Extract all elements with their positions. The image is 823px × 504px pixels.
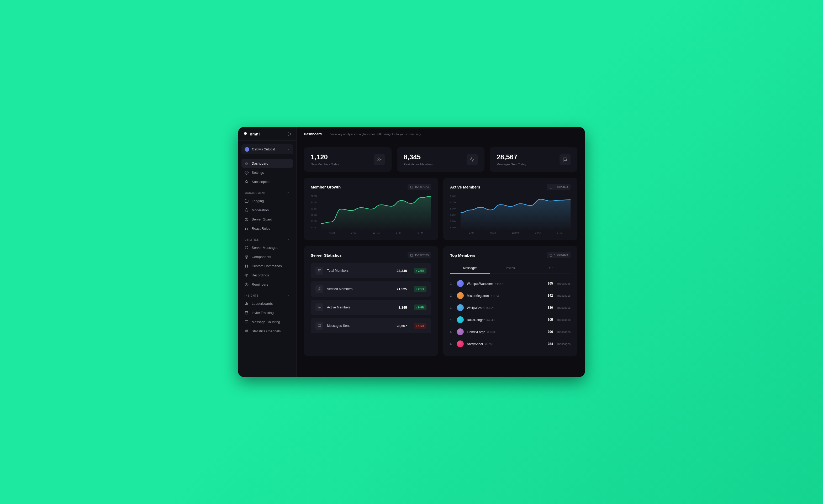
nav-messagecounting[interactable]: Message Counting bbox=[241, 318, 293, 326]
avatar-icon bbox=[457, 280, 464, 287]
reminders-icon bbox=[244, 283, 249, 286]
subscription-icon bbox=[244, 180, 249, 184]
nav-servermessages[interactable]: Server Messages bbox=[241, 243, 293, 252]
message-unit: messages bbox=[557, 282, 570, 285]
message-count: 365 bbox=[548, 282, 553, 285]
tab-xp[interactable]: XP bbox=[530, 263, 570, 274]
topbar: Dashboard View key analytics at a glance… bbox=[297, 127, 585, 141]
nav-label: Moderation bbox=[252, 208, 269, 212]
calendar-icon bbox=[549, 186, 552, 188]
member-row[interactable]: 6. AntsyAnder #9760 284 messages bbox=[450, 338, 570, 350]
stat-row: Total Members 22,340 ↑ 2.5% bbox=[311, 263, 431, 278]
rank: 1. bbox=[450, 282, 454, 285]
server-statistics-card: Server Statistics 15/08/2023 Total Membe… bbox=[304, 246, 438, 356]
member-tag: #3923 bbox=[486, 306, 494, 310]
calendar-icon bbox=[410, 186, 413, 188]
member-tag: #9760 bbox=[485, 343, 493, 346]
nav-label: Dashboard bbox=[252, 161, 269, 165]
leaderboards-icon bbox=[244, 302, 249, 306]
member-tag: #4643 bbox=[487, 318, 495, 322]
brand-logo-icon bbox=[243, 132, 248, 136]
message-count: 330 bbox=[548, 306, 553, 310]
svg-rect-35 bbox=[550, 254, 552, 256]
svg-point-32 bbox=[318, 269, 320, 271]
nav-settings[interactable]: Settings bbox=[241, 168, 293, 177]
message-unit: messages bbox=[557, 318, 570, 321]
nav-logging[interactable]: Logging bbox=[241, 197, 293, 205]
active-members-card: Active Members 15/08/2023 8.40K8.35K8.30… bbox=[443, 178, 578, 240]
nav-statisticschannels[interactable]: Statistics Channels bbox=[241, 327, 293, 335]
member-name: WallpWizard bbox=[467, 306, 484, 310]
y-tick: 21.0K bbox=[311, 214, 317, 216]
nav-section-header[interactable]: INSIGHTS bbox=[241, 289, 293, 299]
nav-recordings[interactable]: Recordings bbox=[241, 271, 293, 280]
svg-point-4 bbox=[246, 172, 247, 173]
date-chip[interactable]: 15/08/2023 bbox=[407, 252, 431, 258]
y-tick: 22.0K bbox=[311, 201, 317, 204]
recordings-icon bbox=[244, 273, 249, 277]
logout-icon[interactable] bbox=[287, 132, 292, 136]
nav-reminders[interactable]: Reminders bbox=[241, 280, 293, 289]
tab-messages[interactable]: Messages bbox=[450, 263, 490, 274]
date-chip[interactable]: 15/08/2023 bbox=[407, 184, 431, 190]
chart-body: 22.5K22.0K21.5K21.0K20.5K20.0K 6 AM9 AM1… bbox=[311, 195, 431, 234]
server-name: Oslow's Outpost bbox=[252, 148, 275, 151]
nav-leaderboards[interactable]: Leaderboards bbox=[241, 299, 293, 308]
date-chip[interactable]: 15/08/2023 bbox=[547, 184, 570, 190]
stat-row-value: 22,340 bbox=[396, 269, 407, 273]
nav-customcommands[interactable]: Custom Commands bbox=[241, 262, 293, 271]
avatar-icon bbox=[457, 340, 464, 347]
member-tag: #1123 bbox=[491, 294, 499, 297]
message-unit: messages bbox=[557, 294, 570, 297]
nav-invitetracking[interactable]: Invite Tracking bbox=[241, 308, 293, 317]
stat-row-icon bbox=[315, 267, 323, 275]
svg-rect-30 bbox=[411, 254, 413, 256]
settings-icon bbox=[244, 171, 249, 175]
stat-value: 8,345 bbox=[403, 153, 433, 161]
chevron-down-icon bbox=[287, 148, 290, 151]
member-row[interactable]: 2. MisterMegatron #1123 342 messages bbox=[450, 290, 570, 302]
nav-components[interactable]: Components bbox=[241, 253, 293, 261]
tab-invites[interactable]: Invites bbox=[490, 263, 530, 274]
member-row[interactable]: 3. WallpWizard #3923 330 messages bbox=[450, 302, 570, 314]
chart-title: Member Growth bbox=[311, 185, 341, 189]
customcommands-icon bbox=[244, 264, 249, 268]
member-row[interactable]: 4. RokaRanger #4643 305 messages bbox=[450, 314, 570, 326]
stat-row-label: Active Members bbox=[327, 306, 395, 309]
member-tag: #5631 bbox=[487, 330, 495, 334]
x-tick: 6 AM bbox=[329, 231, 335, 234]
page-subtitle: View key analytics at a glance for bette… bbox=[330, 133, 422, 136]
nav-dashboard[interactable]: Dashboard bbox=[241, 159, 293, 168]
date-chip[interactable]: 15/08/2023 bbox=[547, 252, 570, 258]
member-row[interactable]: 5. FiendlyForge #5631 296 messages bbox=[450, 326, 570, 338]
nav-serverguard[interactable]: Server Guard bbox=[241, 215, 293, 224]
nav-moderation[interactable]: Moderation bbox=[241, 206, 293, 214]
stat-card: 1,120 New Members Today bbox=[304, 147, 391, 172]
stat-row-value: 21,525 bbox=[396, 287, 407, 291]
server-selector[interactable]: Oslow's Outpost bbox=[241, 144, 293, 154]
active-line-chart bbox=[461, 195, 570, 230]
calendar-icon bbox=[410, 254, 413, 257]
stat-row: Active Members 8,345 ↑ 9.8% bbox=[311, 300, 431, 315]
member-row[interactable]: 1. WumpusWanderer #1487 365 messages bbox=[450, 278, 570, 290]
y-tick: 8.20K bbox=[450, 220, 456, 222]
section-title: MANAGEMENT bbox=[244, 192, 266, 194]
stat-icon bbox=[374, 154, 385, 165]
member-name: MisterMegatron bbox=[467, 294, 489, 298]
section-title: UTILITIES bbox=[244, 238, 259, 241]
stat-row-label: Verified Members bbox=[327, 287, 393, 291]
invitetracking-icon bbox=[244, 311, 249, 315]
stat-row-icon bbox=[315, 322, 323, 330]
nav-label: Statistics Channels bbox=[252, 329, 281, 333]
chevron-up-icon bbox=[287, 294, 290, 297]
brand-name: omni bbox=[250, 132, 260, 136]
nav-section-header[interactable]: UTILITIES bbox=[241, 233, 293, 243]
avatar-icon bbox=[457, 304, 464, 311]
nav-section-header[interactable]: MANAGEMENT bbox=[241, 187, 293, 197]
section-title: INSIGHTS bbox=[244, 294, 259, 297]
nav-label: Leaderboards bbox=[252, 302, 273, 306]
nav-reactroles[interactable]: React Roles bbox=[241, 224, 293, 233]
nav-subscription[interactable]: Subscription bbox=[241, 177, 293, 186]
svg-point-33 bbox=[320, 269, 321, 271]
x-tick: 9 AM bbox=[351, 231, 356, 234]
